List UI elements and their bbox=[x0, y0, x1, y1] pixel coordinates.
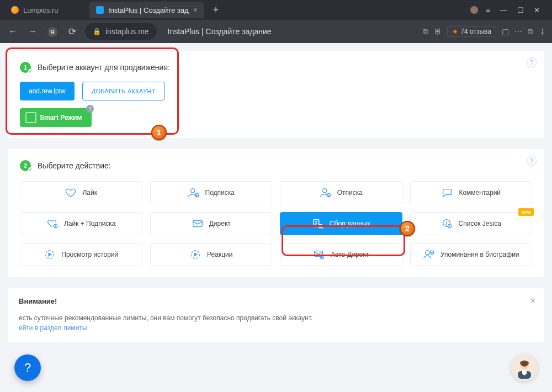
tab-instaplus[interactable]: InstaPlus | Создайте зад × bbox=[89, 2, 204, 18]
action-unsubscribe[interactable]: Отписка bbox=[280, 181, 402, 204]
warning-title: Внимание! bbox=[19, 297, 533, 305]
tab-lumpics[interactable]: Lumpics.ru bbox=[4, 2, 87, 18]
step1-header: 1 Выберите аккаунт для продвижения: bbox=[20, 62, 532, 73]
browser-chrome: Lumpics.ru InstaPlus | Создайте зад × + … bbox=[0, 0, 552, 43]
warning-text: есть суточные рекомендованные лимиты, он… bbox=[19, 313, 533, 333]
action-label: Сбор данных bbox=[330, 220, 370, 227]
lock-icon: 🔒 bbox=[93, 28, 101, 35]
play-heart-icon bbox=[189, 248, 201, 261]
help-icon[interactable]: ? bbox=[527, 156, 537, 166]
account-chip[interactable]: and.rew.lptw bbox=[20, 82, 75, 100]
action-view-stories[interactable]: Просмотр историй bbox=[20, 243, 142, 266]
floating-support-avatar[interactable] bbox=[511, 354, 538, 381]
tab-label: InstaPlus | Создайте зад bbox=[108, 6, 189, 14]
action-label: Комментарий bbox=[459, 189, 501, 197]
user-plus-icon bbox=[188, 187, 200, 199]
star-icon: ★ bbox=[452, 28, 458, 35]
floating-help-button[interactable]: ? bbox=[14, 354, 41, 381]
step1-card: ? 1 Выберите аккаунт для продвижения: an… bbox=[8, 51, 544, 138]
action-label: Список Jesica bbox=[459, 220, 501, 227]
action-label: Подписка bbox=[205, 189, 235, 197]
translate-icon[interactable]: ⧉ bbox=[423, 27, 428, 36]
reload-icon[interactable]: ⟳ bbox=[65, 26, 79, 38]
new-badge: new bbox=[518, 208, 534, 216]
add-account-button[interactable]: ДОБАВИТЬ АККАУНТ bbox=[82, 82, 165, 100]
comment-icon bbox=[441, 187, 453, 199]
url-host: instaplus.me bbox=[105, 27, 149, 36]
back-icon[interactable]: ← bbox=[6, 27, 20, 36]
action-label: Упоминания в биографии bbox=[440, 251, 519, 258]
svg-rect-5 bbox=[193, 221, 202, 227]
tabs-row: Lumpics.ru InstaPlus | Создайте зад × + … bbox=[0, 0, 552, 20]
step2-header: 2 Выберите действие: bbox=[20, 160, 532, 171]
close-icon[interactable]: × bbox=[193, 6, 198, 14]
url-bar[interactable]: 🔒 instaplus.me bbox=[85, 23, 157, 40]
step-number-badge: 1 bbox=[20, 62, 31, 73]
new-tab-button[interactable]: + bbox=[209, 3, 223, 17]
favicon-instaplus bbox=[96, 6, 104, 14]
user-minus-icon bbox=[320, 187, 332, 199]
mention-icon bbox=[423, 248, 435, 261]
address-bar-row: ← → Я ⟳ 🔒 instaplus.me InstaPlus | Созда… bbox=[0, 20, 552, 43]
action-subscribe[interactable]: Подписка bbox=[150, 181, 273, 204]
smart-mode-row: Smart Режим ? bbox=[20, 108, 92, 127]
action-jesica-list[interactable]: Список Jesica new bbox=[410, 212, 533, 235]
action-label: Просмотр историй bbox=[61, 251, 118, 258]
action-auto-direct[interactable]: Авто-Директ bbox=[280, 243, 402, 266]
close-icon[interactable]: × bbox=[530, 296, 535, 306]
heart-icon bbox=[65, 187, 77, 199]
action-label: Лайк + Подписка bbox=[64, 220, 116, 227]
accounts-row: and.rew.lptw ДОБАВИТЬ АККАУНТ bbox=[20, 82, 532, 100]
page-title-label: InstaPlus | Создайте задание bbox=[168, 27, 272, 36]
more-icon[interactable]: ⋯ bbox=[514, 27, 522, 36]
play-icon bbox=[44, 248, 56, 261]
smart-mode-help-icon[interactable]: ? bbox=[86, 105, 94, 113]
svg-point-14 bbox=[426, 251, 429, 255]
smart-mode-toggle[interactable]: Smart Режим bbox=[20, 108, 92, 127]
download-icon[interactable]: ⭳ bbox=[539, 27, 546, 36]
step-number-badge: 2 bbox=[20, 160, 31, 171]
action-mentions[interactable]: Упоминания в биографии bbox=[410, 243, 533, 266]
action-label: Лайк bbox=[82, 189, 97, 197]
window-controls: ≡ — ☐ ✕ bbox=[486, 6, 548, 14]
action-label: Отписка bbox=[337, 189, 363, 197]
action-like[interactable]: Лайк bbox=[20, 181, 142, 204]
help-icon[interactable]: ? bbox=[527, 57, 537, 67]
maximize-icon[interactable]: ☐ bbox=[517, 6, 524, 14]
svg-point-0 bbox=[190, 189, 194, 193]
warning-link[interactable]: ейти в раздел лимиты bbox=[19, 324, 87, 332]
tab-label: Lumpics.ru bbox=[23, 6, 59, 14]
list-j-icon bbox=[441, 218, 453, 230]
mail-icon bbox=[192, 218, 204, 230]
action-collect-data[interactable]: Сбор данных bbox=[280, 212, 402, 235]
warning-card: × Внимание! есть суточные рекомендованны… bbox=[8, 288, 544, 342]
action-like-subscribe[interactable]: Лайк + Подписка bbox=[20, 212, 142, 235]
shield-icon[interactable]: ⛨ bbox=[434, 27, 442, 36]
page-content: ? 1 Выберите аккаунт для продвижения: an… bbox=[0, 43, 552, 392]
yandex-icon[interactable]: Я bbox=[45, 27, 60, 37]
forward-icon[interactable]: → bbox=[25, 27, 40, 36]
action-label: Авто-Директ bbox=[331, 251, 369, 258]
action-direct[interactable]: Директ bbox=[150, 212, 273, 235]
step1-title: Выберите аккаунт для продвижения: bbox=[38, 63, 170, 72]
svg-point-2 bbox=[322, 189, 326, 193]
warning-body: есть суточные рекомендованные лимиты, он… bbox=[19, 314, 312, 322]
heart-plus-icon bbox=[46, 218, 59, 230]
minimize-icon[interactable]: — bbox=[500, 6, 507, 14]
rating-pill[interactable]: ★ 74 отзыва bbox=[447, 26, 496, 37]
actions-grid: Лайк Подписка Отписка Комментарий Лайк +… bbox=[20, 181, 532, 266]
action-reactions[interactable]: Реакции bbox=[150, 243, 273, 266]
step2-card: ? 2 Выберите действие: Лайк Подписка Отп… bbox=[8, 149, 544, 277]
action-comment[interactable]: Комментарий bbox=[410, 181, 533, 204]
action-label: Реакции bbox=[207, 251, 232, 258]
profile-avatar-icon[interactable] bbox=[470, 6, 478, 14]
step2-title: Выберите действие: bbox=[38, 161, 111, 170]
collect-icon bbox=[312, 218, 324, 230]
menu-icon[interactable]: ≡ bbox=[486, 6, 490, 14]
close-window-icon[interactable]: ✕ bbox=[534, 6, 540, 14]
extensions-icon[interactable]: ⧉ bbox=[528, 27, 533, 36]
bookmark-icon[interactable]: ▢ bbox=[502, 27, 509, 36]
action-label: Директ bbox=[209, 220, 231, 227]
auto-mail-icon bbox=[313, 248, 325, 261]
rating-text: 74 отзыва bbox=[460, 28, 491, 35]
